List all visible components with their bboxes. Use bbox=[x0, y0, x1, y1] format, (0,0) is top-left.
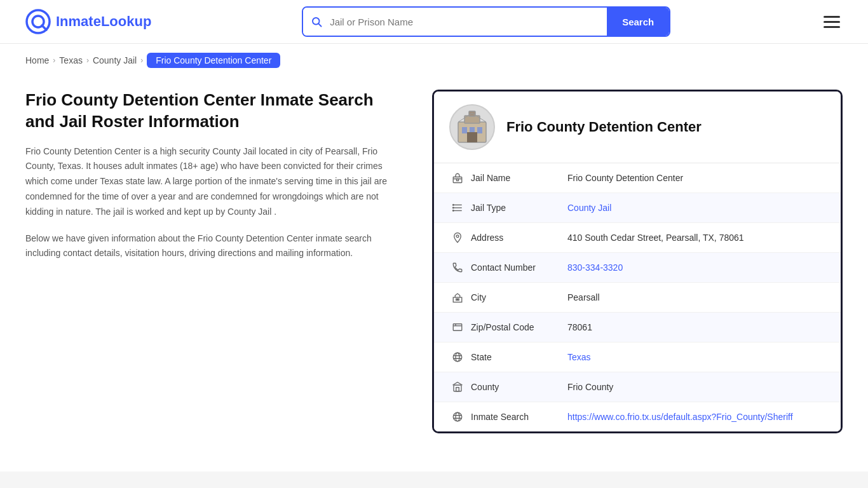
info-card: Frio County Detention Center Jail Name F… bbox=[432, 90, 843, 433]
list-icon bbox=[449, 202, 466, 214]
search-button[interactable]: Search bbox=[607, 8, 669, 36]
row-label: State bbox=[466, 352, 567, 362]
facility-image bbox=[449, 104, 495, 150]
row-label: Inmate Search bbox=[466, 412, 567, 422]
building-icon bbox=[453, 108, 491, 146]
svg-rect-8 bbox=[462, 127, 467, 133]
breadcrumb-type[interactable]: County Jail bbox=[93, 55, 137, 65]
menu-button[interactable] bbox=[821, 13, 843, 30]
breadcrumb-sep-1: › bbox=[53, 56, 55, 65]
footer bbox=[0, 471, 868, 488]
info-value: 410 South Cedar Street, Pearsall, TX, 78… bbox=[567, 233, 744, 243]
svg-point-20 bbox=[453, 207, 454, 208]
info-row: State Texas bbox=[434, 342, 841, 372]
globe-icon bbox=[449, 351, 466, 363]
row-label: Address bbox=[466, 233, 567, 243]
info-value: 78061 bbox=[567, 322, 592, 332]
row-label: Jail Type bbox=[466, 203, 567, 213]
breadcrumb-current: Frio County Detention Center bbox=[147, 53, 280, 68]
card-header: Frio County Detention Center bbox=[434, 92, 841, 163]
breadcrumb-sep-3: › bbox=[140, 56, 143, 65]
jail-icon bbox=[449, 172, 466, 184]
info-row: Contact Number 830-334-3320 bbox=[434, 253, 841, 283]
row-value: Frio County bbox=[567, 382, 825, 392]
row-label: City bbox=[466, 292, 567, 302]
row-label: Contact Number bbox=[466, 262, 567, 273]
info-link[interactable]: https://www.co.frio.tx.us/default.aspx?F… bbox=[567, 412, 793, 422]
city-icon bbox=[449, 292, 466, 303]
svg-line-4 bbox=[319, 24, 322, 26]
search-icon bbox=[303, 8, 330, 36]
search-globe-icon bbox=[449, 411, 466, 423]
svg-rect-24 bbox=[456, 299, 458, 300]
svg-point-21 bbox=[453, 210, 454, 212]
svg-point-19 bbox=[453, 205, 454, 206]
row-value: https://www.co.frio.tx.us/default.aspx?F… bbox=[567, 412, 825, 422]
svg-rect-10 bbox=[477, 127, 482, 133]
svg-point-28 bbox=[456, 353, 459, 362]
svg-rect-7 bbox=[469, 111, 475, 116]
info-value: Pearsall bbox=[567, 292, 600, 302]
breadcrumb-sep-2: › bbox=[86, 56, 89, 65]
svg-point-22 bbox=[456, 235, 459, 238]
county-icon bbox=[449, 381, 466, 393]
phone-icon bbox=[449, 262, 466, 273]
site-logo[interactable]: InmateLookup bbox=[25, 9, 151, 34]
info-row: County Frio County bbox=[434, 372, 841, 402]
svg-line-2 bbox=[42, 25, 46, 30]
breadcrumb-state[interactable]: Texas bbox=[59, 55, 83, 65]
search-input[interactable] bbox=[330, 8, 607, 36]
svg-rect-31 bbox=[454, 385, 461, 391]
svg-point-34 bbox=[456, 412, 459, 421]
info-row: Inmate Search https://www.co.frio.tx.us/… bbox=[434, 402, 841, 431]
info-row: Zip/Postal Code 78061 bbox=[434, 313, 841, 342]
row-value: Frio County Detention Center bbox=[567, 173, 825, 183]
right-column: Frio County Detention Center Jail Name F… bbox=[432, 90, 843, 433]
row-value: Pearsall bbox=[567, 292, 825, 302]
info-link[interactable]: County Jail bbox=[567, 203, 611, 213]
page-description-2: Below we have given information about th… bbox=[25, 231, 407, 262]
info-row: Jail Type County Jail bbox=[434, 193, 841, 223]
svg-rect-32 bbox=[456, 388, 459, 391]
svg-rect-15 bbox=[457, 179, 459, 181]
svg-rect-26 bbox=[453, 324, 462, 331]
page-title: Frio County Detention Center Inmate Sear… bbox=[25, 90, 407, 133]
svg-rect-11 bbox=[467, 132, 477, 142]
svg-point-27 bbox=[453, 353, 462, 362]
row-value: County Jail bbox=[567, 203, 825, 213]
svg-point-33 bbox=[453, 412, 462, 421]
page-description-1: Frio County Detention Center is a high s… bbox=[25, 144, 407, 220]
logo-icon bbox=[25, 9, 51, 34]
svg-rect-14 bbox=[453, 177, 462, 183]
row-value: 830-334-3320 bbox=[567, 262, 825, 273]
breadcrumb-home[interactable]: Home bbox=[25, 55, 49, 65]
info-link[interactable]: Texas bbox=[567, 352, 591, 362]
svg-rect-25 bbox=[458, 299, 459, 300]
card-title: Frio County Detention Center bbox=[506, 119, 702, 135]
location-icon bbox=[449, 232, 466, 243]
row-value: 78061 bbox=[567, 322, 825, 332]
info-row: Jail Name Frio County Detention Center bbox=[434, 163, 841, 193]
left-column: Frio County Detention Center Inmate Sear… bbox=[25, 90, 432, 433]
info-row: Address 410 South Cedar Street, Pearsall… bbox=[434, 223, 841, 253]
logo-text: InmateLookup bbox=[56, 13, 151, 30]
row-value: Texas bbox=[567, 352, 825, 362]
info-row: City Pearsall bbox=[434, 283, 841, 313]
row-label: County bbox=[466, 382, 567, 392]
info-value: Frio County Detention Center bbox=[567, 173, 683, 183]
info-rows: Jail Name Frio County Detention Center J… bbox=[434, 163, 841, 431]
zip-icon bbox=[449, 322, 466, 333]
row-label: Zip/Postal Code bbox=[466, 322, 567, 332]
row-label: Jail Name bbox=[466, 173, 567, 183]
info-link[interactable]: 830-334-3320 bbox=[567, 262, 623, 273]
breadcrumb: Home › Texas › County Jail › Frio County… bbox=[0, 44, 868, 77]
info-value: Frio County bbox=[567, 382, 613, 392]
search-area: Search bbox=[302, 6, 670, 37]
row-value: 410 South Cedar Street, Pearsall, TX, 78… bbox=[567, 233, 825, 243]
